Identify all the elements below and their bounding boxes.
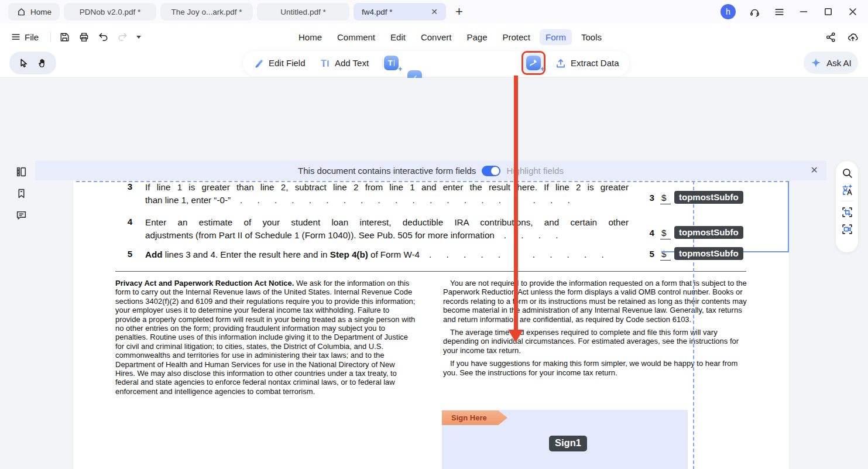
file-menu-label[interactable]: File <box>25 32 39 42</box>
svg-text:T: T <box>321 58 327 68</box>
pointer-mode-group <box>9 52 56 74</box>
menu-tools[interactable]: Tools <box>575 29 608 45</box>
extract-data-icon <box>555 57 567 69</box>
main-menu: Home Comment Edit Convert Page Protect F… <box>293 23 608 50</box>
tab-home-label: Home <box>30 8 52 16</box>
right-line-number: 4 <box>643 228 654 238</box>
menu-protect[interactable]: Protect <box>496 29 536 45</box>
ai-sparkle-icon <box>810 57 822 69</box>
form-fields-notification-bar: This document contains interactive form … <box>35 161 826 180</box>
select-cursor-icon[interactable] <box>18 57 29 69</box>
tab-document-2[interactable]: The Joy o...ark.pdf * <box>160 3 253 20</box>
signature-field-tooltip[interactable]: Sign1 <box>549 436 587 451</box>
highlight-fields-label: Highlight fields <box>506 166 564 176</box>
maximize-button[interactable] <box>822 6 834 18</box>
new-tab-button[interactable]: + <box>455 5 463 18</box>
edit-field-pen-icon <box>253 57 265 69</box>
add-text-icon: T <box>319 57 331 69</box>
field-name-tooltip[interactable]: topmostSubfo <box>674 226 743 239</box>
divider <box>382 58 383 69</box>
line-number: 5 <box>123 249 136 259</box>
menu-bar: File Home Comment Edit <box>0 23 868 50</box>
minimize-button[interactable] <box>798 6 809 18</box>
divider <box>841 201 853 201</box>
highlight-red-box <box>522 51 545 75</box>
form-line-4-text: Enter an estimate of your student loan i… <box>145 216 629 241</box>
file-menu-icon[interactable] <box>11 32 21 42</box>
add-text-button[interactable]: T Add Text <box>319 50 369 76</box>
document-workspace: This document contains interactive form … <box>0 78 868 469</box>
right-line-number: 3 <box>643 193 654 203</box>
divider <box>50 32 51 42</box>
line-number: 3 <box>123 182 136 191</box>
right-sidebar <box>836 161 858 252</box>
home-icon <box>16 7 26 17</box>
tab-home[interactable]: Home <box>8 3 60 20</box>
undo-icon[interactable] <box>98 32 109 43</box>
sign-here-flag: Sign Here <box>442 410 507 425</box>
menu-form[interactable]: Form <box>540 29 572 45</box>
field-name-tooltip[interactable]: topmostSubfo <box>674 247 743 260</box>
comments-panel-icon[interactable] <box>15 209 28 221</box>
bookmarks-panel-icon[interactable] <box>15 187 28 200</box>
menu-comment[interactable]: Comment <box>331 29 381 45</box>
extract-data-button[interactable]: Extract Data <box>555 50 619 76</box>
close-window-button[interactable] <box>847 6 859 18</box>
menu-page[interactable]: Page <box>461 29 493 45</box>
ask-ai-button[interactable]: Ask AI <box>804 52 858 74</box>
menu-home[interactable]: Home <box>293 29 328 45</box>
section-divider-rule <box>115 271 746 272</box>
left-sidebar <box>15 166 28 221</box>
field-name-tooltip[interactable]: topmostSubfo <box>674 191 743 204</box>
paragraph: The average time and expenses required t… <box>443 328 752 355</box>
privacy-act-notice: Privacy Act and Paperwork Reduction Act … <box>115 279 416 396</box>
edit-field-button[interactable]: Edit Field <box>253 50 306 76</box>
form-toolbar: Edit Field T Add Text T+ ✓+ + + + ok+ + <box>0 50 868 78</box>
save-icon[interactable] <box>59 32 70 43</box>
menu-convert[interactable]: Convert <box>415 29 458 45</box>
thumbnails-panel-icon[interactable] <box>15 166 28 178</box>
right-line-number: 5 <box>643 249 654 259</box>
search-icon[interactable] <box>841 167 853 179</box>
screen-record-icon[interactable] <box>841 223 853 235</box>
avatar[interactable]: h <box>721 4 736 19</box>
form-line-3-text: If line 1 is greater than line 2, subtra… <box>145 181 629 206</box>
cloud-upload-icon[interactable] <box>847 31 859 43</box>
support-headset-icon[interactable] <box>749 6 760 18</box>
tab-document-3[interactable]: Untitled.pdf * <box>257 3 349 20</box>
field-guide-dashed-horizontal <box>76 181 789 182</box>
form-line-5-text: Add lines 3 and 4. Enter the result here… <box>145 248 629 261</box>
hand-pan-icon[interactable] <box>37 57 48 69</box>
close-tab-icon[interactable]: ✕ <box>431 7 438 16</box>
screenshot-crop-icon[interactable] <box>841 206 853 218</box>
menu-edit[interactable]: Edit <box>385 29 411 45</box>
redo-icon[interactable] <box>117 32 128 43</box>
undo-history-caret-icon[interactable] <box>136 36 141 39</box>
paragraph: You are not required to provide the info… <box>443 279 752 324</box>
tab-document-active[interactable]: fw4.pdf * ✕ <box>354 3 446 20</box>
app-window: Home PDNob v2.0.pdf * The Joy o...ark.pd… <box>0 0 868 469</box>
paragraph: If you have suggestions for making this … <box>443 359 752 377</box>
print-icon[interactable] <box>78 32 90 43</box>
line-number: 4 <box>123 217 136 227</box>
field-guide-dashed-vertical <box>693 181 694 469</box>
notification-message: This document contains interactive form … <box>298 166 476 176</box>
app-menu-icon[interactable] <box>773 6 785 18</box>
close-notification-icon[interactable]: ✕ <box>811 165 818 176</box>
share-icon[interactable] <box>825 32 836 43</box>
title-bar: Home PDNob v2.0.pdf * The Joy o...ark.pd… <box>0 0 868 23</box>
translate-icon[interactable] <box>841 184 853 196</box>
currency-symbol: $ <box>660 228 671 239</box>
highlight-fields-toggle[interactable] <box>482 166 500 176</box>
tab-document-1[interactable]: PDNob v2.0.pdf * <box>64 3 156 20</box>
field-selection-line-vertical <box>788 181 789 252</box>
paperwork-reduction-text: You are not required to provide the info… <box>443 279 752 381</box>
text-field-tool-icon[interactable]: T+ <box>384 56 399 70</box>
currency-symbol: $ <box>660 193 671 204</box>
currency-symbol: $ <box>660 249 671 261</box>
